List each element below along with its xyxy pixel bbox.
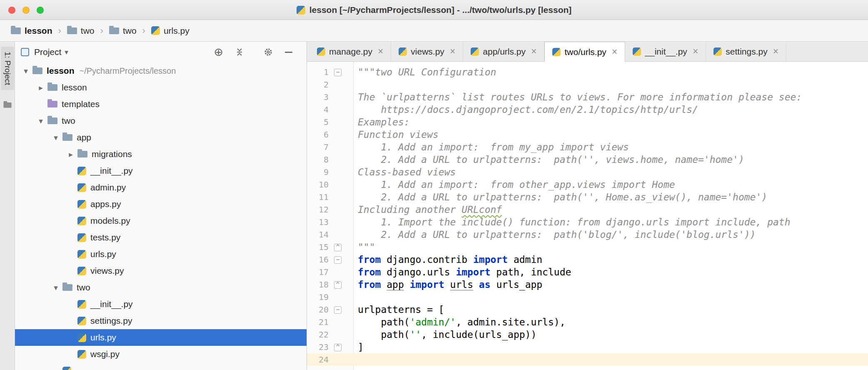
tree-item-views-py[interactable]: views.py (15, 262, 307, 279)
tree-item-tests-py[interactable]: tests.py (15, 229, 307, 246)
tree-item-apps-py[interactable]: apps.py (15, 196, 307, 212)
code-line-20[interactable]: 20urlpatterns = [ (307, 303, 868, 316)
chevron-expanded-icon[interactable] (49, 283, 62, 292)
code-line-16[interactable]: 16from django.contrib import admin (307, 253, 868, 266)
breadcrumb-label: lesson (25, 26, 52, 36)
code-line-21[interactable]: 21 path('admin/', admin.site.urls), (307, 316, 868, 328)
tree-item-partial[interactable] (15, 362, 307, 370)
fold-end-icon[interactable] (331, 241, 344, 253)
code-line-2[interactable]: 2 (307, 78, 868, 91)
code-line-12[interactable]: 12Including another URLconf (307, 203, 868, 216)
tree-item-two[interactable]: two (15, 112, 307, 129)
tree-item-init-py[interactable]: __init__.py (15, 162, 307, 179)
tree-item-lesson[interactable]: lesson (15, 79, 307, 96)
close-tab-icon[interactable] (531, 47, 536, 56)
hide-panel-icon[interactable] (285, 52, 292, 53)
tree-item-lesson[interactable]: lesson~/PycharmProjects/lesson (15, 62, 307, 79)
code-line-19[interactable]: 19 (307, 291, 868, 303)
line-number: 20 (307, 303, 331, 316)
project-panel-title[interactable]: Project (34, 47, 61, 57)
code-line-17[interactable]: 17from django.urls import path, include (307, 266, 868, 278)
fold-spacer (331, 291, 344, 303)
locate-icon[interactable] (214, 47, 223, 58)
code-text: """two URL Configuration (344, 66, 496, 78)
fold-start-icon[interactable] (331, 303, 344, 316)
tree-item-urls-py[interactable]: urls.py (15, 329, 307, 346)
stripe-folder-icon[interactable] (3, 102, 11, 109)
editor-tab-init-py[interactable]: __init__.py (625, 42, 706, 61)
close-tab-icon[interactable] (612, 47, 617, 57)
tree-item-admin-py[interactable]: admin.py (15, 179, 307, 196)
close-tab-icon[interactable] (693, 47, 698, 56)
window-title: lesson [~/PycharmProjects/lesson] - .../… (309, 5, 572, 15)
editor-tab-app-urls-py[interactable]: app/urls.py (463, 42, 544, 61)
editor-tab-two-urls-py[interactable]: two/urls.py (544, 42, 625, 62)
chevron-down-icon[interactable] (65, 48, 68, 57)
code-line-11[interactable]: 11 2. Add a URL to urlpatterns: path('',… (307, 191, 868, 203)
python-file-icon (633, 48, 641, 56)
line-number: 22 (307, 328, 331, 341)
editor-tab-views-py[interactable]: views.py (391, 42, 463, 61)
code-line-7[interactable]: 7 1. Add an import: from my_app import v… (307, 141, 868, 153)
tree-item-models-py[interactable]: models.py (15, 212, 307, 229)
tree-item-wsgi-py[interactable]: wsgi.py (15, 346, 307, 362)
tree-item-init-py[interactable]: __init__.py (15, 296, 307, 312)
breadcrumb-item-two[interactable]: two (109, 26, 137, 36)
tree-item-templates[interactable]: templates (15, 96, 307, 112)
tree-item-app[interactable]: app (15, 129, 307, 146)
window-title-wrap: lesson [~/PycharmProjects/lesson] - .../… (0, 0, 868, 20)
code-line-9[interactable]: 9Class-based views (307, 166, 868, 178)
editor-tab-manage-py[interactable]: manage.py (309, 42, 391, 61)
breadcrumb-item-lesson[interactable]: lesson (11, 26, 52, 36)
code-line-24[interactable]: 24 (307, 353, 868, 366)
fold-spacer (331, 103, 344, 116)
close-tab-icon[interactable] (378, 47, 383, 56)
project-tool-button[interactable]: 1: Project (1, 47, 14, 90)
python-file-icon (77, 333, 86, 342)
collapse-all-icon[interactable] (235, 48, 244, 57)
code-line-5[interactable]: 5Examples: (307, 116, 868, 128)
breadcrumb-item-two[interactable]: two (67, 26, 95, 36)
python-file-icon (77, 267, 86, 275)
line-number: 6 (307, 128, 331, 141)
code-line-18[interactable]: 18from app import urls as urls_app (307, 278, 868, 291)
tree-item-migrations[interactable]: migrations (15, 146, 307, 162)
code-line-1[interactable]: 1"""two URL Configuration (307, 66, 868, 78)
code-line-4[interactable]: 4 https://docs.djangoproject.com/en/2.1/… (307, 103, 868, 116)
code-line-22[interactable]: 22 path('', include(urls_app)) (307, 328, 868, 341)
line-number: 24 (307, 353, 331, 366)
close-tab-icon[interactable] (450, 47, 455, 56)
code-line-15[interactable]: 15""" (307, 241, 868, 253)
tree-item-two[interactable]: two (15, 279, 307, 296)
code-line-13[interactable]: 13 1. Import the include() function: fro… (307, 216, 868, 228)
code-line-10[interactable]: 10 1. Add an import: from other_app.view… (307, 178, 868, 191)
chevron-expanded-icon[interactable] (49, 133, 62, 142)
chevron-expanded-icon[interactable] (34, 116, 47, 126)
code-line-23[interactable]: 23] (307, 341, 868, 353)
gear-icon[interactable] (263, 47, 273, 57)
code-line-14[interactable]: 14 2. Add a URL to urlpatterns: path('bl… (307, 228, 868, 241)
tree-item-urls-py[interactable]: urls.py (15, 246, 307, 262)
code-text: 1. Import the include() function: from d… (344, 216, 791, 228)
chevron-collapsed-icon[interactable] (34, 83, 47, 92)
chevron-right-icon (142, 25, 145, 36)
code-line-3[interactable]: 3The `urlpatterns` list routes URLs to v… (307, 91, 868, 103)
tree-item-settings-py[interactable]: settings.py (15, 312, 307, 329)
editor-tab-label: manage.py (329, 47, 372, 57)
chevron-collapsed-icon[interactable] (64, 150, 77, 159)
tree-item-label: wsgi.py (90, 349, 120, 359)
chevron-expanded-icon[interactable] (19, 66, 32, 76)
fold-end-icon[interactable] (331, 278, 344, 291)
code-line-6[interactable]: 6Function views (307, 128, 868, 141)
breadcrumb-item-urls-py[interactable]: urls.py (151, 26, 190, 36)
editor-tab-settings-py[interactable]: settings.py (706, 42, 786, 61)
fold-start-icon[interactable] (331, 66, 344, 78)
tree-item-label: admin.py (90, 182, 126, 192)
close-tab-icon[interactable] (773, 47, 778, 56)
code-editor[interactable]: 1"""two URL Configuration23The `urlpatte… (307, 62, 868, 370)
fold-start-icon[interactable] (331, 253, 344, 266)
fold-end-icon[interactable] (331, 341, 344, 353)
code-text: Class-based views (344, 166, 456, 178)
python-file-icon (77, 300, 86, 309)
code-line-8[interactable]: 8 2. Add a URL to urlpatterns: path('', … (307, 153, 868, 166)
